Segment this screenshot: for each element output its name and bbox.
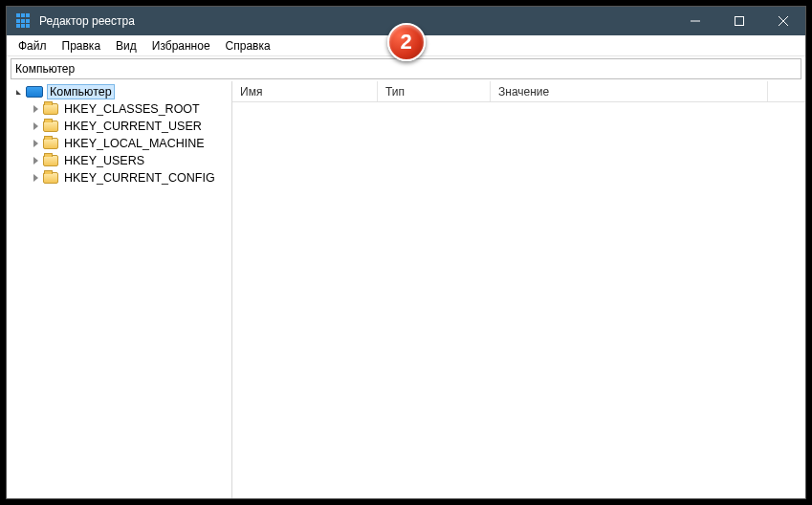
column-header-value[interactable]: Значение [491, 81, 768, 101]
content-area: Компьютер HKEY_CLASSES_ROOT HKEY_CURRENT… [7, 81, 805, 498]
registry-tree[interactable]: Компьютер HKEY_CLASSES_ROOT HKEY_CURRENT… [7, 81, 232, 498]
tree-item-hkey-current-config[interactable]: HKEY_CURRENT_CONFIG [24, 169, 231, 187]
tree-root-computer[interactable]: Компьютер [7, 83, 231, 100]
folder-icon [43, 138, 58, 149]
values-list: Имя Тип Значение [232, 81, 805, 498]
expand-toggle-icon[interactable] [30, 121, 41, 132]
address-bar-path: Компьютер [15, 62, 75, 76]
column-header-type[interactable]: Тип [378, 81, 491, 101]
regedit-app-icon [16, 13, 32, 29]
expand-toggle-icon[interactable] [12, 86, 24, 98]
tree-item-label: HKEY_CURRENT_CONFIG [62, 171, 217, 185]
minimize-button[interactable] [673, 7, 717, 35]
tree-item-hkey-current-user[interactable]: HKEY_CURRENT_USER [24, 118, 231, 135]
menu-help[interactable]: Справка [218, 37, 278, 55]
expand-toggle-icon[interactable] [30, 103, 41, 115]
tree-item-hkey-local-machine[interactable]: HKEY_LOCAL_MACHINE [24, 135, 231, 152]
step-badge: 2 [387, 23, 426, 61]
folder-icon [43, 155, 58, 166]
tree-item-hkey-classes-root[interactable]: HKEY_CLASSES_ROOT [24, 100, 231, 118]
menu-favorites[interactable]: Избранное [144, 37, 218, 55]
menu-view[interactable]: Вид [108, 37, 144, 55]
tree-item-label: HKEY_CLASSES_ROOT [62, 102, 202, 116]
address-bar[interactable]: Компьютер [11, 58, 801, 79]
list-body[interactable] [232, 102, 805, 498]
maximize-button[interactable] [717, 7, 761, 35]
menu-edit[interactable]: Правка [55, 37, 109, 55]
tree-item-label: HKEY_LOCAL_MACHINE [62, 137, 207, 150]
column-header-name[interactable]: Имя [232, 81, 378, 101]
expand-toggle-icon[interactable] [30, 155, 41, 166]
expand-toggle-icon[interactable] [30, 172, 41, 184]
step-number: 2 [400, 30, 411, 55]
svg-rect-1 [735, 17, 744, 26]
folder-icon [43, 103, 58, 115]
expand-toggle-icon[interactable] [30, 138, 41, 149]
close-button[interactable] [761, 7, 805, 35]
window-title: Редактор реестра [39, 14, 135, 28]
tree-item-label: HKEY_CURRENT_USER [62, 120, 204, 133]
tree-item-label: Компьютер [47, 84, 115, 99]
computer-icon [26, 86, 43, 98]
menu-file[interactable]: Файл [11, 37, 55, 55]
tree-item-hkey-users[interactable]: HKEY_USERS [24, 152, 231, 169]
tree-item-label: HKEY_USERS [62, 154, 146, 167]
folder-icon [43, 172, 58, 184]
folder-icon [43, 121, 58, 132]
list-header: Имя Тип Значение [232, 81, 805, 102]
registry-editor-window: Редактор реестра Файл Правка Вид Избранн… [6, 6, 806, 499]
